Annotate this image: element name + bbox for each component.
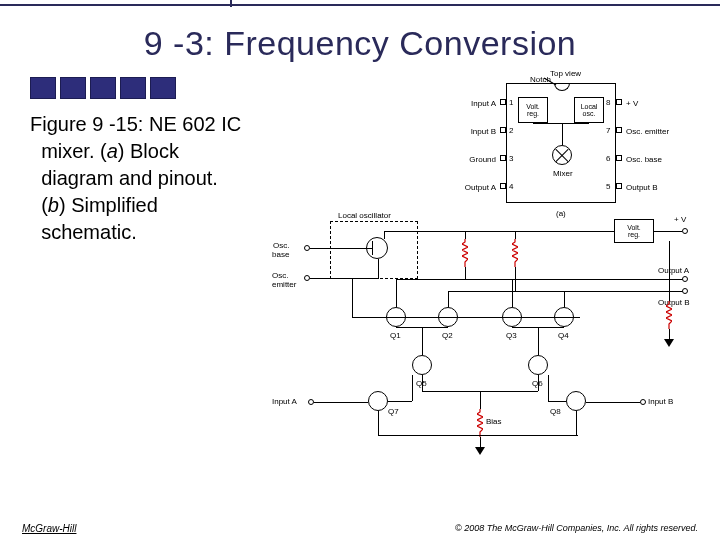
- label-q: Q7: [388, 407, 399, 416]
- pin-num: 1: [509, 98, 513, 107]
- wire: [480, 437, 481, 447]
- transistor-icon: [412, 355, 432, 375]
- wire: [310, 278, 378, 279]
- label-q: Q4: [558, 331, 569, 340]
- wire: [422, 391, 480, 392]
- square-icon: [60, 77, 86, 99]
- wire: [378, 259, 379, 279]
- volt-reg-box: Volt. reg.: [518, 97, 548, 123]
- wire: [533, 123, 589, 124]
- pin: [500, 155, 506, 161]
- square-icon: [150, 77, 176, 99]
- wire: [515, 291, 683, 292]
- pin-label: Input B: [471, 127, 496, 136]
- wire: [378, 435, 578, 436]
- pin: [616, 99, 622, 105]
- transistor-icon: [566, 391, 586, 411]
- figure-b: Local oscillator Osc. base Osc. emitter …: [266, 221, 696, 471]
- wire: [576, 411, 577, 435]
- caption-text: Figure 9 -15: NE 602 IC: [30, 113, 241, 135]
- mixer-icon: [552, 145, 572, 165]
- pin: [500, 99, 506, 105]
- pin: [616, 183, 622, 189]
- wire: [352, 278, 353, 318]
- pin-label: Input A: [471, 99, 496, 108]
- pin-num: 3: [509, 154, 513, 163]
- wire: [384, 231, 614, 232]
- footer-left: McGraw-Hill: [22, 523, 76, 534]
- wire: [465, 279, 683, 280]
- terminal-icon: [682, 276, 688, 282]
- wire: [480, 391, 481, 409]
- resistor-icon: [462, 239, 468, 267]
- caption-text: ) Simplified: [59, 194, 158, 216]
- wire: [396, 327, 448, 328]
- slide-title: 9 -3: Frequency Conversion: [0, 6, 720, 71]
- pin-label: Osc. base: [626, 155, 662, 164]
- caption-text: diagram and pinout.: [41, 167, 218, 189]
- wire: [372, 241, 373, 255]
- pin: [616, 155, 622, 161]
- wire: [388, 401, 412, 402]
- transistor-icon: [528, 355, 548, 375]
- pin-num: 8: [606, 98, 610, 107]
- wire: [669, 241, 670, 301]
- slide-body: Figure 9 -15: NE 602 IC mixer. (a) Block…: [0, 111, 720, 461]
- wire: [422, 327, 423, 355]
- label-osc-base: Osc. base: [272, 241, 289, 259]
- pin: [500, 183, 506, 189]
- resistor-icon: [477, 409, 483, 437]
- wire: [465, 231, 466, 239]
- resistor-icon: [512, 239, 518, 267]
- wire: [448, 291, 449, 307]
- wire: [548, 401, 566, 402]
- caption-text: mixer. (: [41, 140, 107, 162]
- volt-reg-box: Volt. reg.: [614, 219, 654, 243]
- label-output-b: Output B: [658, 298, 690, 307]
- square-icon: [90, 77, 116, 99]
- terminal-icon: [682, 288, 688, 294]
- ground-icon: [475, 447, 485, 455]
- wire: [396, 279, 466, 280]
- wire: [384, 231, 385, 239]
- pin: [616, 127, 622, 133]
- label-q: Q2: [442, 331, 453, 340]
- pin-num: 2: [509, 126, 513, 135]
- pin-label: Ground: [469, 155, 496, 164]
- caption-em: b: [48, 194, 59, 216]
- figure-a: Top view Notch Volt. reg. Local osc. Mix…: [434, 75, 674, 225]
- label-q: Q1: [390, 331, 401, 340]
- wire: [378, 411, 379, 435]
- terminal-icon: [640, 399, 646, 405]
- wire: [548, 375, 549, 401]
- label-output-a: Output A: [658, 266, 689, 275]
- local-osc-box: Local osc.: [574, 97, 604, 123]
- pin-num: 4: [509, 182, 513, 191]
- transistor-icon: [368, 391, 388, 411]
- label-q: Q8: [550, 407, 561, 416]
- label-vplus: + V: [674, 215, 686, 224]
- label-top-view: Top view: [550, 69, 581, 78]
- caption-text: schematic.: [41, 221, 137, 243]
- square-icon: [30, 77, 56, 99]
- wire: [352, 317, 580, 318]
- wire: [465, 267, 466, 279]
- wire: [422, 375, 423, 391]
- pin-num: 6: [606, 154, 610, 163]
- slide: 9 -3: Frequency Conversion Figure 9 -15:…: [0, 0, 720, 540]
- wire: [515, 267, 516, 291]
- wire: [586, 402, 640, 403]
- label-q: Q3: [506, 331, 517, 340]
- footer: McGraw-Hill © 2008 The McGraw-Hill Compa…: [0, 523, 720, 534]
- pin-label: + V: [626, 99, 638, 108]
- pin-label: Osc. emitter: [626, 127, 669, 136]
- terminal-icon: [682, 228, 688, 234]
- caption-em: a: [107, 140, 118, 162]
- label-input-a: Input A: [272, 397, 297, 406]
- pin-label: Output A: [465, 183, 496, 192]
- top-divider: [0, 0, 720, 6]
- label-osc-emitter: Osc. emitter: [272, 271, 296, 289]
- resistor-icon: [666, 301, 672, 329]
- wire: [538, 327, 539, 355]
- wire: [515, 231, 516, 239]
